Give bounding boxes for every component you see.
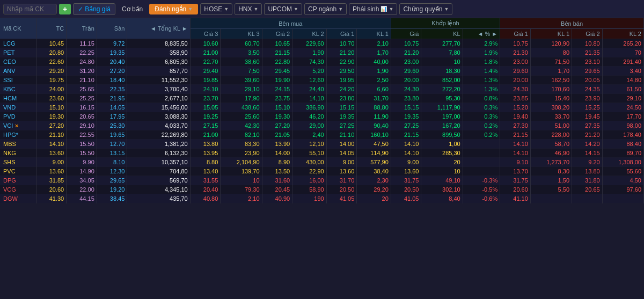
cell-san: 9.72: [97, 39, 127, 48]
cell-kl1: 6,60: [357, 85, 391, 94]
cell-kl3: 23,90: [221, 149, 262, 158]
cell-ma[interactable]: PET: [0, 48, 36, 57]
add-button[interactable]: +: [59, 4, 71, 14]
cell-kl1: 2,50: [357, 76, 391, 85]
cell-gia: 20.50: [391, 185, 421, 194]
cell-gia3: 10.60: [190, 39, 221, 48]
cell-gia1s: 9.10: [500, 158, 531, 167]
header-gia2s: Giá 2: [572, 29, 603, 39]
cell-kl: 1,117,90: [421, 103, 463, 112]
cell-tc: 31.85: [36, 176, 67, 185]
cell-gia1: 10.70: [326, 39, 357, 48]
hose-button[interactable]: HOSE ▼: [200, 3, 232, 15]
cell-kl: 167,20: [421, 121, 463, 130]
cell-tong-kl: 1,381,20: [127, 140, 190, 149]
cp-nganh-button[interactable]: CP ngành ▼: [304, 3, 347, 15]
cell-kl2: 29,00: [292, 121, 327, 130]
header-tong-kl[interactable]: ◄ Tổng KL ►: [127, 18, 190, 39]
header-kl: KL: [421, 29, 463, 39]
cell-gia3: 31.55: [190, 176, 221, 185]
cell-ma[interactable]: SHS: [0, 158, 36, 167]
table-row[interactable]: CEO 22.60 24.80 20.40 6,805,30 22.70 38,…: [0, 57, 644, 67]
co-ban-button[interactable]: Cơ bản: [118, 4, 147, 14]
table-row[interactable]: HCM 23.60 25.25 21.95 2,677,10 23.70 17,…: [0, 94, 644, 103]
table-row[interactable]: DGW 41.30 44.15 38.45 435,70 40.80 2,10 …: [0, 194, 644, 203]
cell-san: 20.40: [97, 57, 127, 67]
cell-gia2: 13.90: [262, 140, 292, 149]
cell-ma[interactable]: PVD: [0, 112, 36, 121]
cell-tc: 13.60: [36, 167, 67, 176]
stock-symbol: LCG: [3, 40, 16, 47]
phai-sinh-button[interactable]: Phái sinh 📊 ▼: [349, 3, 397, 15]
table-row[interactable]: PVC 13.60 14.90 12.30 704,80 13.40 139,7…: [0, 167, 644, 176]
cell-gia2: 8.90: [262, 158, 292, 167]
table-row[interactable]: LCG 10.45 11.15 9.72 8,835,50 10.60 60,7…: [0, 39, 644, 48]
table-row[interactable]: PET 20.80 22.25 19.35 358,90 21.00 3,50 …: [0, 48, 644, 57]
cell-ma[interactable]: PVC: [0, 167, 36, 176]
cell-san: 19.65: [97, 130, 127, 140]
danh-ngan-button[interactable]: Đánh ngắn ▼: [149, 4, 198, 14]
cell-ma[interactable]: CEO: [0, 57, 36, 67]
bang-gia-button[interactable]: ✓ Bảng giá: [73, 3, 115, 15]
cell-gia1s: 31.75: [500, 176, 531, 185]
cell-ma[interactable]: KBC: [0, 85, 36, 94]
cell-kl3: 438,60: [221, 103, 262, 112]
table-row[interactable]: VND 15.10 16.15 14.05 15,456,00 15.05 43…: [0, 103, 644, 112]
table-row[interactable]: NKG 13.60 15.50 13.15 6,132,30 13.95 23,…: [0, 149, 644, 158]
table-row[interactable]: KBC 24.00 25.65 22.35 3,700,40 24.10 29,…: [0, 85, 644, 94]
table-row[interactable]: SHS 9.00 9.90 8.10 10,357,10 8.80 2,104,…: [0, 158, 644, 167]
cell-ma[interactable]: DPG: [0, 176, 36, 185]
table-row[interactable]: ANV 29.20 31.20 27.20 857,70 29.40 7,50 …: [0, 67, 644, 76]
cell-gia2s: 14.15: [572, 149, 603, 158]
cell-ma[interactable]: VCG: [0, 185, 36, 194]
cell-tong-kl: 4,033,70: [127, 121, 190, 130]
cell-ma[interactable]: NKG: [0, 149, 36, 158]
table-row[interactable]: MBS 14.10 15.50 12.70 1,381,20 13.80 83,…: [0, 140, 644, 149]
cell-ma[interactable]: DGW: [0, 194, 36, 203]
upcom-button[interactable]: UPCOM ▼: [264, 3, 302, 15]
cell-gia2s: 13.80: [572, 167, 603, 176]
cell-kl: 20: [421, 158, 463, 167]
search-input[interactable]: [7, 5, 45, 13]
table-row[interactable]: SSI 19.75 21.10 18.40 11,552,30 19.85 39…: [0, 76, 644, 85]
cell-gia3: 27.15: [190, 121, 221, 130]
cell-ma[interactable]: MBS: [0, 140, 36, 149]
cell-ma[interactable]: LCG: [0, 39, 36, 48]
table-row[interactable]: VCG 20.60 22.00 19.20 4,345,10 20.40 79,…: [0, 185, 644, 194]
cell-gia1: 20.50: [326, 185, 357, 194]
cell-kl3: 83,30: [221, 140, 262, 149]
cell-gia2: 10.65: [262, 39, 292, 48]
cell-kl: 302,10: [421, 185, 463, 194]
cell-kl2: 58,90: [292, 185, 327, 194]
cell-gia2s: 27.35: [572, 121, 603, 130]
search-box[interactable]: [3, 4, 57, 14]
cell-ma[interactable]: SSI: [0, 76, 36, 85]
cell-gia1s: 19.40: [500, 112, 531, 121]
cell-tc: 14.10: [36, 140, 67, 149]
cell-ma[interactable]: HCM: [0, 94, 36, 103]
cell-gia1: 21.10: [326, 130, 357, 140]
table-row[interactable]: VCI ✕ 27.20 29.10 25.30 4,033,70 27.15 4…: [0, 121, 644, 130]
cell-tong-kl: 6,805,30: [127, 57, 190, 67]
table-row[interactable]: HPG* 21.10 22.55 19.65 22,269,80 21.00 8…: [0, 130, 644, 140]
cell-gia2s: 10.80: [572, 39, 603, 48]
cell-tc: 22.60: [36, 57, 67, 67]
cell-ma[interactable]: HPG*: [0, 130, 36, 140]
cell-san: 17.95: [97, 112, 127, 121]
chung-quyen-button[interactable]: Chứng quyền ▼: [399, 3, 452, 15]
cell-kl3: 2,10: [221, 194, 262, 203]
stock-symbol: PET: [3, 49, 14, 56]
table-row[interactable]: PVD 19.30 20.65 17.95 3,088,30 19.25 25,…: [0, 112, 644, 121]
header-kl3: KL 3: [221, 29, 262, 39]
cell-ma[interactable]: VCI ✕: [0, 121, 36, 130]
table-row[interactable]: DPG 31.85 34.05 29.65 569,70 31.55 10 31…: [0, 176, 644, 185]
cell-gia1s: 10.75: [500, 39, 531, 48]
cell-tong-kl: 2,677,10: [127, 94, 190, 103]
cell-kl2: 229,60: [292, 39, 327, 48]
cell-gia2s: 23.90: [572, 94, 603, 103]
header-percent[interactable]: ◄ % ►: [463, 29, 500, 39]
cell-pct: [463, 158, 500, 167]
cell-ma[interactable]: ANV: [0, 67, 36, 76]
hnx-button[interactable]: HNX ▼: [235, 3, 262, 15]
cell-ma[interactable]: VND: [0, 103, 36, 112]
